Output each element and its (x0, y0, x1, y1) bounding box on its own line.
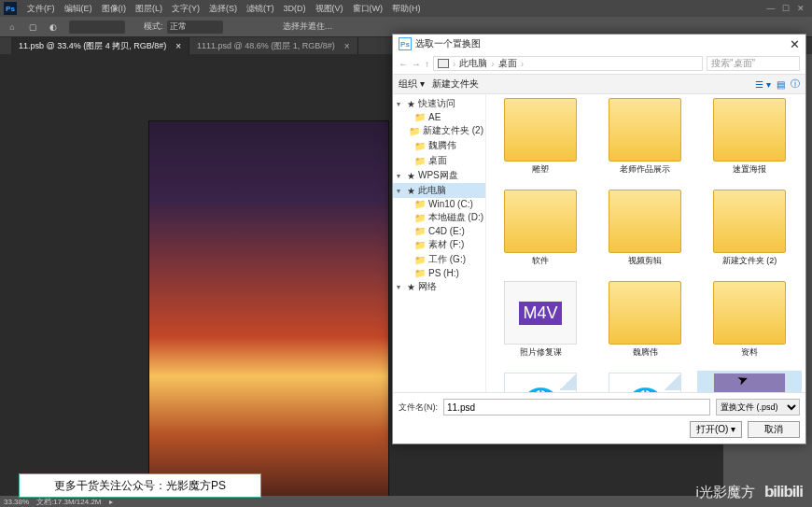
menu-item[interactable]: 文字(Y) (167, 4, 204, 13)
tree-item[interactable]: 📁新建文件夹 (2) (393, 123, 485, 138)
arrow-icon: ▢ (24, 19, 41, 35)
promo-banner: 更多干货关注公众号：光影魔方PS (19, 473, 261, 498)
menu-item[interactable]: 文件(F) (22, 4, 60, 13)
tree-item[interactable]: ▾★网络 (393, 279, 485, 294)
preview-pane-icon[interactable]: ▤ (777, 79, 785, 90)
new-folder-button[interactable]: 新建文件夹 (432, 77, 479, 91)
dialog-nav: ← → ↑ › 此电脑 › 桌面 › 搜索"桌面" (393, 53, 805, 74)
status-chevron-icon[interactable]: ▸ (109, 498, 113, 506)
file-item[interactable]: 资料 (697, 279, 802, 371)
menu-item[interactable]: 编辑(E) (60, 4, 97, 13)
watermark: i光影魔方 bilibili (696, 483, 803, 501)
tree-item[interactable]: 📁PS (H:) (393, 267, 485, 279)
nav-forward-icon[interactable]: → (412, 59, 421, 69)
file-item[interactable]: 🌐B站粉丝福利课 (488, 371, 593, 392)
file-item[interactable]: 视频剪辑 (593, 188, 697, 279)
window-close[interactable]: ✕ (793, 4, 808, 13)
dialog-title: 选取一个置换图 (415, 37, 481, 50)
ps-icon: Ps (399, 37, 412, 50)
help-icon[interactable]: ⓘ (791, 77, 800, 91)
menu-item[interactable]: 视图(V) (311, 4, 348, 13)
filename-label: 文件名(N): (399, 401, 438, 414)
tab-close-icon[interactable]: × (175, 41, 181, 51)
tree-item[interactable]: 📁本地磁盘 (D:) (393, 210, 485, 225)
menu-item[interactable]: 选择(S) (204, 4, 242, 13)
nav-back-icon[interactable]: ← (399, 59, 408, 69)
dialog-titlebar[interactable]: Ps 选取一个置换图 ✕ (393, 35, 805, 53)
filetype-select[interactable]: 置换文件 (.psd) (716, 399, 800, 415)
tree-item[interactable]: ▾★WPS网盘 (393, 168, 485, 183)
mode-select[interactable]: 正常 (167, 21, 223, 34)
file-item[interactable]: 速置海报 (697, 96, 802, 188)
cancel-button[interactable]: 取消 (748, 421, 800, 438)
menu-item[interactable]: 3D(D) (279, 4, 311, 13)
search-field[interactable] (69, 21, 125, 34)
document-canvas[interactable] (149, 121, 388, 507)
menu-item[interactable]: 窗口(W) (348, 4, 388, 13)
document-tab[interactable]: 1111.psd @ 48.6% (图层 1, RGB/8#)× (189, 37, 358, 54)
menu-item[interactable]: 图层(L) (131, 4, 167, 13)
doc-size: 文档:17.3M/124.2M (36, 497, 101, 507)
tab-close-icon[interactable]: × (344, 41, 350, 51)
window-restore[interactable]: ☐ (778, 4, 793, 13)
search-toggle-icon[interactable]: ◐ (45, 19, 62, 35)
menu-item[interactable]: 帮助(H) (387, 4, 426, 13)
file-item[interactable]: 新建文件夹 (2) (697, 188, 802, 279)
file-item[interactable]: 老师作品展示 (593, 96, 697, 188)
filename-input[interactable] (443, 399, 710, 415)
tree-item[interactable]: 📁桌面 (393, 153, 485, 168)
zoom-level[interactable]: 33.38% (4, 498, 29, 506)
file-item[interactable]: 雕塑 (488, 96, 593, 188)
tree-item[interactable]: 📁AE (393, 111, 485, 123)
file-item[interactable]: M4V照片修复课 (488, 279, 593, 371)
menu-item[interactable]: 滤镜(T) (242, 4, 279, 13)
menu-item[interactable]: 图像(I) (97, 4, 132, 13)
pc-icon (438, 59, 449, 68)
tree-item[interactable]: 📁素材 (F:) (393, 237, 485, 252)
folder-tree[interactable]: ▾★快速访问📁AE📁新建文件夹 (2)📁魏腾伟📁桌面▾★WPS网盘▾★此电脑📁W… (393, 94, 486, 392)
menu-bar: Ps 文件(F)编辑(E)图像(I)图层(L)文字(Y)选择(S)滤镜(T)3D… (0, 0, 812, 17)
tree-item[interactable]: 📁C4D (E:) (393, 225, 485, 237)
dialog-close-button[interactable]: ✕ (790, 37, 800, 51)
open-button[interactable]: 打开(O) ▾ (690, 421, 742, 438)
file-grid[interactable]: 雕塑老师作品展示速置海报软件视频剪辑新建文件夹 (2)M4V照片修复课魏腾伟资料… (486, 94, 805, 392)
tree-item[interactable]: 📁Win10 (C:) (393, 198, 485, 210)
tree-item[interactable]: 📁工作 (G:) (393, 252, 485, 267)
breadcrumb[interactable]: › 此电脑 › 桌面 › (433, 56, 703, 71)
mode-label: 模式: (144, 21, 163, 33)
organize-menu[interactable]: 组织 ▾ (399, 77, 425, 91)
document-tab[interactable]: 11.psb @ 33.4% (图层 4 拷贝, RGB/8#)× (11, 37, 189, 54)
window-minimize[interactable]: ― (763, 4, 778, 13)
file-item[interactable]: 软件 (488, 188, 593, 279)
nav-up-icon[interactable]: ↑ (425, 59, 429, 69)
tree-item[interactable]: 📁魏腾伟 (393, 138, 485, 153)
file-item[interactable]: 魏腾伟 (593, 279, 697, 371)
dialog-toolbar: 组织 ▾ 新建文件夹 ☰ ▾ ▤ ⓘ (393, 74, 805, 94)
ps-logo: Ps (4, 2, 17, 15)
filename-row: 文件名(N): 置换文件 (.psd) (399, 399, 800, 415)
dialog-search[interactable]: 搜索"桌面" (707, 56, 800, 71)
view-options-icon[interactable]: ☰ ▾ (755, 79, 771, 90)
file-item[interactable]: 🌐数字网课程 (593, 371, 697, 392)
select-and-mask-button[interactable]: 选择并遮住… (283, 21, 333, 33)
tree-item[interactable]: ▾★此电脑 (393, 183, 485, 198)
tree-item[interactable]: ▾★快速访问 (393, 96, 485, 111)
home-icon[interactable]: ⌂ (4, 19, 21, 35)
